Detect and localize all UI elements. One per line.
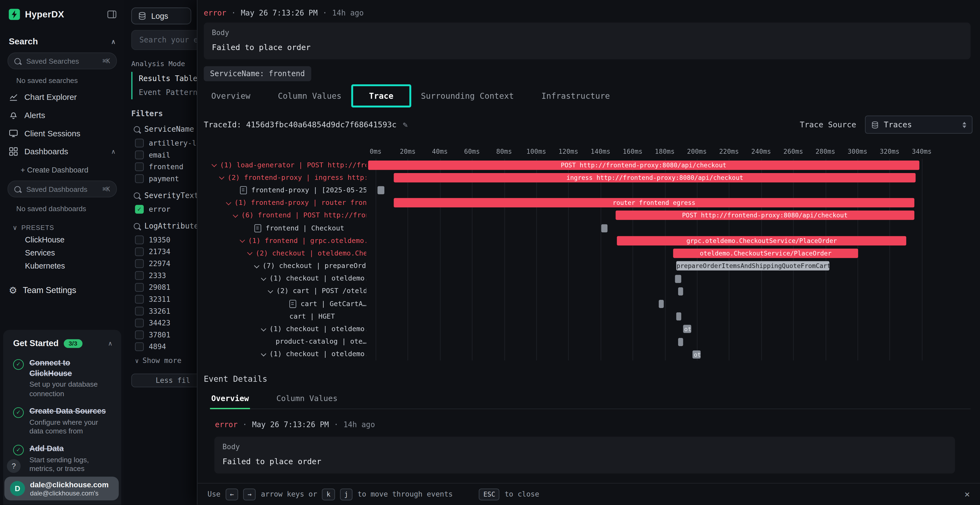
trace-row[interactable]: (1) checkout | oteldemo.…ot — [204, 348, 980, 360]
chevron-down-icon[interactable] — [219, 175, 224, 179]
checkbox[interactable] — [135, 259, 144, 268]
trace-span-bar[interactable]: grpc.oteldemo.CheckoutService/PlaceOrder — [617, 236, 906, 245]
chevron-down-icon[interactable] — [247, 250, 252, 255]
checkbox[interactable] — [135, 271, 144, 279]
presets-header[interactable]: ∨ PRESETS — [0, 216, 124, 233]
chevron-down-icon[interactable] — [268, 288, 273, 293]
checkbox[interactable] — [135, 138, 144, 147]
service-name-chip[interactable]: ServiceName: frontend — [204, 66, 311, 81]
trace-row-label[interactable]: (1) checkout | oteldemo.… — [204, 272, 366, 284]
get-started-item[interactable]: ✓ Create Data Sources Configure where yo… — [9, 402, 115, 440]
trace-row[interactable]: (1) checkout | oteldemo.…ot — [204, 323, 980, 335]
trace-span-bar[interactable] — [601, 224, 608, 232]
checkbox[interactable] — [135, 295, 144, 303]
trace-row[interactable]: cart | GetCartA… — [204, 297, 980, 310]
sidebar-item-team-settings[interactable]: ⚙ Team Settings — [0, 273, 124, 300]
chevron-down-icon[interactable] — [254, 263, 259, 268]
trace-row-label[interactable]: frontend-proxy | [2025-05-25T2… — [204, 184, 366, 197]
chevron-down-icon[interactable] — [240, 238, 245, 243]
saved-searches-search[interactable]: ⌘K — [8, 52, 117, 69]
checkbox[interactable]: ✓ — [135, 205, 144, 213]
collapse-sidebar-icon[interactable] — [107, 9, 117, 19]
tab-column-values[interactable]: Column Values — [278, 91, 342, 100]
sidebar-item-chart-explorer[interactable]: Chart Explorer — [0, 88, 124, 106]
trace-row-label[interactable]: (2) frontend-proxy | ingress http://… — [204, 172, 366, 184]
trace-span-bar[interactable] — [678, 338, 683, 346]
trace-span-bar[interactable] — [675, 275, 681, 283]
checkbox[interactable] — [135, 330, 144, 339]
trace-row-label[interactable]: frontend | Checkout — [204, 222, 366, 234]
user-account-button[interactable]: D dale@clickhouse.com dale@clickhouse.co… — [4, 477, 119, 500]
trace-row-label[interactable]: (1) frontend-proxy | router fronte… — [204, 197, 366, 209]
trace-span-bar[interactable] — [659, 300, 664, 308]
trace-row-label[interactable]: product-catalog | ote… — [204, 335, 366, 348]
checkbox[interactable] — [135, 235, 144, 244]
trace-row-label[interactable]: (1) checkout | oteldemo.… — [204, 323, 366, 335]
chevron-down-icon[interactable] — [212, 162, 217, 167]
sidebar-item-kubernetes[interactable]: Kubernetes — [0, 260, 124, 273]
checkbox[interactable] — [135, 174, 144, 183]
sidebar-item-client-sessions[interactable]: Client Sessions — [0, 124, 124, 143]
trace-span-bar[interactable]: ot — [683, 325, 691, 333]
trace-span-bar[interactable]: ot — [692, 351, 700, 359]
trace-row[interactable]: cart | HGET — [204, 310, 980, 322]
close-icon[interactable]: × — [964, 488, 970, 500]
help-button[interactable]: ? — [7, 459, 21, 473]
chevron-down-icon[interactable] — [261, 351, 266, 356]
sidebar-item-services[interactable]: Services — [0, 247, 124, 260]
chevron-down-icon[interactable] — [261, 275, 266, 281]
create-dashboard-button[interactable]: + Create Dashboard — [0, 160, 124, 179]
checkbox[interactable] — [135, 306, 144, 315]
sidebar-item-dashboards[interactable]: Dashboards ∧ — [0, 142, 124, 160]
tab-overview[interactable]: Overview — [211, 91, 250, 100]
trace-row-label[interactable]: (2) cart | POST /oteld… — [204, 285, 366, 297]
trace-source-select[interactable]: Traces — [865, 116, 973, 134]
tab-trace[interactable]: Trace — [369, 91, 393, 100]
chevron-down-icon[interactable] — [261, 326, 266, 331]
saved-searches-input[interactable] — [25, 57, 98, 65]
checkbox[interactable] — [135, 162, 144, 171]
trace-row[interactable]: (1) frontend | grpc.oteldemo.C…grpc.otel… — [204, 234, 980, 247]
trace-span-bar[interactable]: oteldemo.CheckoutService/PlaceOrder — [673, 248, 858, 258]
event-details-tab-column-values[interactable]: Column Values — [275, 390, 339, 409]
search-section-header[interactable]: Search ∧ — [0, 26, 124, 51]
chevron-down-icon[interactable] — [233, 212, 238, 218]
checkbox[interactable] — [135, 150, 144, 159]
trace-row[interactable]: (1) frontend-proxy | router fronte…route… — [204, 197, 980, 209]
trace-span-bar[interactable] — [378, 186, 384, 195]
get-started-item[interactable]: ✓ Add Data Start sending logs, metrics, … — [9, 440, 115, 478]
tab-infrastructure[interactable]: Infrastructure — [541, 91, 610, 100]
checkbox[interactable] — [135, 318, 144, 327]
trace-span-bar[interactable]: ingress http://frontend-proxy:8080/api/c… — [394, 173, 916, 182]
trace-row[interactable]: (1) load-generator | POST http://front…P… — [204, 159, 980, 171]
trace-span-bar[interactable]: prepareOrderItemsAndShippingQuoteFromCar… — [676, 261, 829, 270]
trace-row[interactable]: frontend | Checkout — [204, 222, 980, 234]
trace-row[interactable]: (2) checkout | oteldemo.Chec…oteldemo.Ch… — [204, 247, 980, 260]
trace-row-label[interactable]: (1) load-generator | POST http://front… — [204, 159, 366, 171]
event-details-tab-overview[interactable]: Overview — [210, 390, 250, 409]
trace-row-label[interactable]: (1) frontend | grpc.oteldemo.C… — [204, 234, 366, 247]
trace-span-bar[interactable]: POST http://frontend-proxy:8080/api/chec… — [616, 211, 914, 220]
chevron-down-icon[interactable] — [226, 200, 231, 205]
trace-span-bar[interactable]: router frontend egress — [394, 198, 915, 207]
trace-span-bar[interactable] — [678, 287, 683, 295]
trace-row-label[interactable]: cart | HGET — [204, 310, 366, 322]
trace-row-label[interactable]: cart | GetCartA… — [204, 297, 366, 310]
trace-row-label[interactable]: (1) checkout | oteldemo.… — [204, 348, 366, 360]
saved-dashboards-search[interactable]: ⌘K — [8, 181, 117, 197]
saved-dashboards-input[interactable] — [25, 184, 98, 193]
source-select-button[interactable]: Logs — [131, 8, 191, 24]
trace-row[interactable]: (7) checkout | prepareOrde…prepareOrderI… — [204, 260, 980, 272]
trace-row[interactable]: (2) frontend-proxy | ingress http://…ing… — [204, 172, 980, 184]
trace-row[interactable]: (6) frontend | POST http://front…POST ht… — [204, 209, 980, 222]
trace-row-label[interactable]: (2) checkout | oteldemo.Chec… — [204, 247, 366, 260]
sidebar-item-alerts[interactable]: Alerts — [0, 106, 124, 124]
checkbox[interactable] — [135, 247, 144, 256]
checkbox[interactable] — [135, 342, 144, 351]
tab-surrounding-context[interactable]: Surrounding Context — [421, 91, 514, 100]
edit-pencil-icon[interactable]: ✎ — [403, 120, 408, 129]
trace-row-label[interactable]: (7) checkout | prepareOrde… — [204, 260, 366, 272]
get-started-item[interactable]: ✓ Connect to ClickHouse Set up your data… — [9, 354, 115, 402]
trace-span-bar[interactable] — [676, 313, 681, 321]
trace-row[interactable]: (2) cart | POST /oteld… — [204, 285, 980, 297]
